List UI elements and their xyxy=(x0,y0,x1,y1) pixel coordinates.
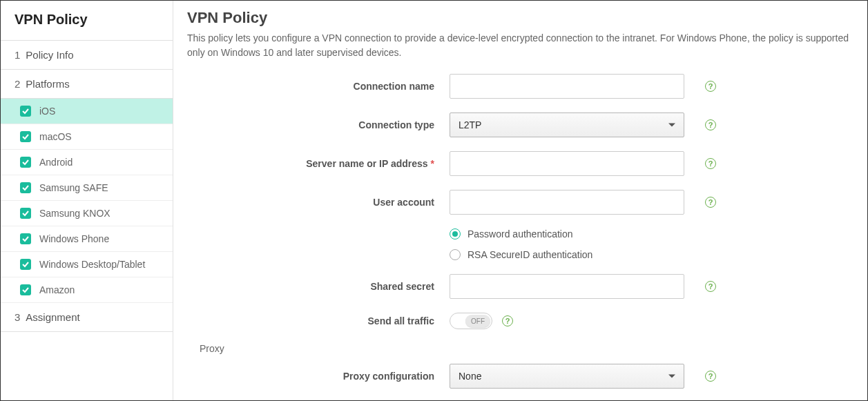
help-icon[interactable]: ? xyxy=(502,315,513,326)
checkbox-icon xyxy=(20,182,31,193)
row-auth-password: Password authentication xyxy=(187,228,859,239)
row-connection-name: Connection name ? xyxy=(187,74,859,99)
proxy-config-select[interactable]: None xyxy=(450,364,684,389)
chevron-down-icon xyxy=(668,375,675,378)
help-icon[interactable]: ? xyxy=(705,371,716,382)
help-icon[interactable]: ? xyxy=(705,281,716,292)
platform-item-macos[interactable]: macOS xyxy=(1,124,173,150)
checkbox-icon xyxy=(20,208,31,219)
platform-label: iOS xyxy=(39,106,55,117)
row-server: Server name or IP address * ? xyxy=(187,151,859,176)
password-auth-radio[interactable] xyxy=(450,228,461,239)
platform-item-amazon[interactable]: Amazon xyxy=(1,277,173,303)
row-proxy-config: Proxy configuration None ? xyxy=(187,364,859,389)
checkbox-icon xyxy=(20,284,31,295)
connection-name-input[interactable] xyxy=(450,74,684,99)
help-icon[interactable]: ? xyxy=(705,81,716,92)
step-num-1: 1 xyxy=(15,49,20,61)
password-auth-label: Password authentication xyxy=(467,228,573,239)
server-input[interactable] xyxy=(450,151,684,176)
main-panel: VPN Policy This policy lets you configur… xyxy=(173,1,867,400)
proxy-config-value: None xyxy=(459,371,481,382)
platform-item-ios[interactable]: iOS xyxy=(1,99,173,124)
platform-item-samsung-safe[interactable]: Samsung SAFE xyxy=(1,175,173,201)
step-num-3: 3 xyxy=(15,311,20,323)
platform-label: Samsung KNOX xyxy=(39,208,110,219)
page-title: VPN Policy xyxy=(187,9,859,27)
send-all-toggle[interactable]: OFF xyxy=(450,313,492,329)
checkbox-icon xyxy=(20,259,31,270)
platform-label: Android xyxy=(39,157,73,168)
row-shared-secret: Shared secret ? xyxy=(187,274,859,299)
label-server: Server name or IP address * xyxy=(187,158,450,169)
label-connection-name: Connection name xyxy=(187,81,450,92)
checkbox-icon xyxy=(20,106,31,117)
chevron-down-icon xyxy=(668,124,675,127)
help-icon[interactable]: ? xyxy=(705,197,716,208)
checkbox-icon xyxy=(20,233,31,244)
page-description: This policy lets you configure a VPN con… xyxy=(187,31,859,60)
row-send-all: Send all traffic OFF ? xyxy=(187,313,859,329)
platform-item-android[interactable]: Android xyxy=(1,150,173,175)
checkbox-icon xyxy=(20,157,31,168)
platform-label: Windows Desktop/Tablet xyxy=(39,259,145,270)
step-label-assignment: Assignment xyxy=(26,311,79,323)
sidebar: VPN Policy 1 Policy Info 2 Platforms iOS… xyxy=(1,1,173,400)
connection-type-value: L2TP xyxy=(459,119,481,130)
checkbox-icon xyxy=(20,131,31,142)
help-icon[interactable]: ? xyxy=(705,119,716,130)
row-connection-type: Connection type L2TP ? xyxy=(187,113,859,137)
label-proxy-config: Proxy configuration xyxy=(187,371,450,382)
platform-item-windows-desktop[interactable]: Windows Desktop/Tablet xyxy=(1,252,173,277)
label-server-text: Server name or IP address xyxy=(306,158,427,169)
platform-label: macOS xyxy=(39,131,72,142)
step-label-policy-info: Policy Info xyxy=(26,49,73,61)
step-assignment[interactable]: 3 Assignment xyxy=(1,303,173,332)
platform-label: Amazon xyxy=(39,284,75,295)
rsa-auth-radio[interactable] xyxy=(450,249,461,260)
step-label-platforms: Platforms xyxy=(26,78,69,90)
rsa-auth-label: RSA SecureID authentication xyxy=(467,249,592,260)
platform-item-samsung-knox[interactable]: Samsung KNOX xyxy=(1,201,173,226)
required-asterisk: * xyxy=(431,158,434,169)
platform-label: Samsung SAFE xyxy=(39,182,108,193)
toggle-off-label: OFF xyxy=(465,315,490,327)
label-user-account: User account xyxy=(187,197,450,208)
sidebar-title: VPN Policy xyxy=(1,1,173,41)
row-user-account: User account ? xyxy=(187,190,859,215)
label-shared-secret: Shared secret xyxy=(187,281,450,292)
step-platforms[interactable]: 2 Platforms xyxy=(1,70,173,99)
proxy-section-label: Proxy xyxy=(200,343,859,354)
step-policy-info[interactable]: 1 Policy Info xyxy=(1,41,173,70)
row-auth-rsa: RSA SecureID authentication xyxy=(187,249,859,260)
label-send-all: Send all traffic xyxy=(187,315,450,326)
platform-label: Windows Phone xyxy=(39,233,109,244)
label-connection-type: Connection type xyxy=(187,119,450,130)
shared-secret-input[interactable] xyxy=(450,274,684,299)
user-account-input[interactable] xyxy=(450,190,684,215)
step-num-2: 2 xyxy=(15,78,20,90)
connection-type-select[interactable]: L2TP xyxy=(450,113,684,137)
help-icon[interactable]: ? xyxy=(705,158,716,169)
platform-item-windows-phone[interactable]: Windows Phone xyxy=(1,226,173,252)
